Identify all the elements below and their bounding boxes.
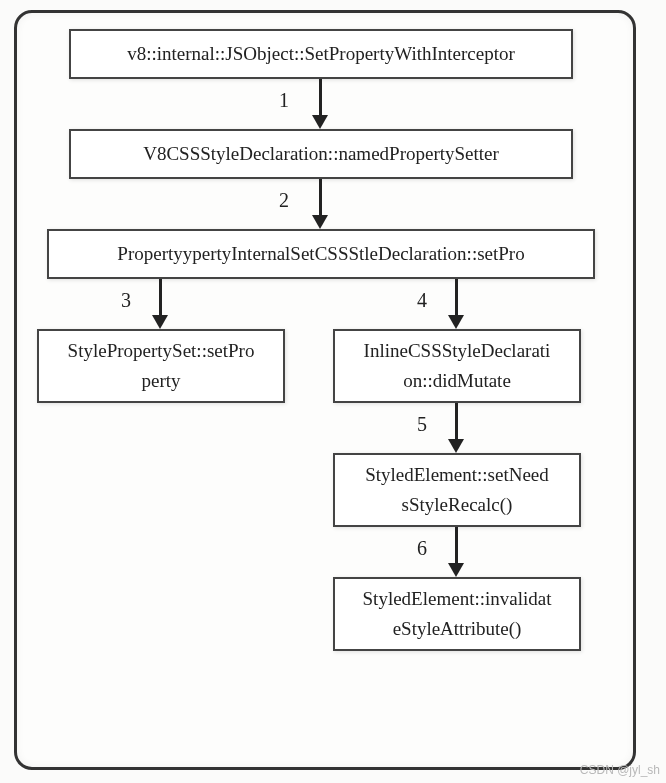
edge-4 (455, 279, 458, 317)
edge-1 (319, 79, 322, 117)
edge-label-4: 4 (417, 289, 427, 312)
edge-3 (159, 279, 162, 317)
diagram-frame: v8::internal::JSObject::SetPropertyWithI… (14, 10, 636, 770)
node-label: V8CSSStyleDeclaration::namedPropertySett… (143, 139, 499, 169)
edge-label-2: 2 (279, 189, 289, 212)
node-label: PropertyypertyInternalSetCSSStleDeclarat… (117, 239, 524, 269)
edge-label-1: 1 (279, 89, 289, 112)
node-setproperty-interceptor: v8::internal::JSObject::SetPropertyWithI… (69, 29, 573, 79)
arrowhead-icon (312, 215, 328, 229)
edge-5 (455, 403, 458, 441)
edge-6 (455, 527, 458, 565)
arrowhead-icon (448, 315, 464, 329)
node-label: StyledElement::setNeed sStyleRecalc() (347, 460, 567, 521)
arrowhead-icon (152, 315, 168, 329)
watermark-text: CSDN @jyl_sh (580, 763, 660, 777)
edge-label-5: 5 (417, 413, 427, 436)
edge-label-6: 6 (417, 537, 427, 560)
node-label: StylePropertySet::setPro perty (51, 336, 271, 397)
node-named-property-setter: V8CSSStyleDeclaration::namedPropertySett… (69, 129, 573, 179)
arrowhead-icon (312, 115, 328, 129)
node-inlinecss-didmutate: InlineCSSStyleDeclarati on::didMutate (333, 329, 581, 403)
arrowhead-icon (448, 563, 464, 577)
edge-2 (319, 179, 322, 217)
node-internal-setcss-setpro: PropertyypertyInternalSetCSSStleDeclarat… (47, 229, 595, 279)
node-stylepropertyset-setproperty: StylePropertySet::setPro perty (37, 329, 285, 403)
node-label: v8::internal::JSObject::SetPropertyWithI… (127, 39, 515, 69)
node-label: InlineCSSStyleDeclarati on::didMutate (347, 336, 567, 397)
node-styledelement-invalidatestyleattribute: StyledElement::invalidat eStyleAttribute… (333, 577, 581, 651)
node-styledelement-setneedsstylerecalc: StyledElement::setNeed sStyleRecalc() (333, 453, 581, 527)
node-label: StyledElement::invalidat eStyleAttribute… (347, 584, 567, 645)
arrowhead-icon (448, 439, 464, 453)
edge-label-3: 3 (121, 289, 131, 312)
